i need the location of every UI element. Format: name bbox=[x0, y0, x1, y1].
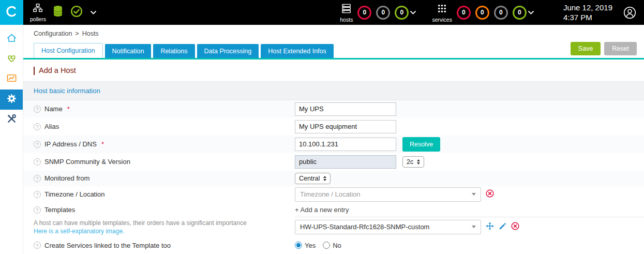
monitored-from-label: Monitored from bbox=[44, 174, 89, 182]
help-icon[interactable]: ? bbox=[34, 191, 41, 198]
create-services-label: Create Services linked to the Template t… bbox=[44, 242, 171, 249]
tab-data-processing[interactable]: Data Processing bbox=[197, 44, 259, 58]
timezone-placeholder: Timezone / Location bbox=[300, 190, 468, 198]
template-delete-button[interactable] bbox=[511, 222, 519, 232]
circle-x-icon bbox=[486, 189, 494, 199]
alias-label-cell: ? Alias bbox=[34, 123, 295, 130]
help-icon[interactable]: ? bbox=[34, 123, 41, 130]
snmp-label-cell: ? SNMP Community & Version bbox=[34, 158, 295, 166]
services-menu[interactable]: services bbox=[432, 3, 452, 23]
clock-time: 4:37 PM bbox=[563, 12, 612, 23]
snmp-version-select[interactable]: 2c bbox=[402, 156, 424, 168]
hosts-chevron-down-icon[interactable] bbox=[410, 10, 416, 15]
timezone-clear-button[interactable] bbox=[486, 189, 494, 199]
form-row-alias: ? Alias bbox=[23, 118, 644, 136]
help-icon[interactable]: ? bbox=[34, 106, 41, 113]
tab-relations[interactable]: Relations bbox=[153, 44, 194, 58]
create-services-no-option[interactable]: No bbox=[323, 242, 341, 249]
monitored-from-label-cell: ? Monitored from bbox=[34, 174, 295, 182]
template-edit-button[interactable] bbox=[499, 222, 506, 232]
form-row-name: ? Name * bbox=[23, 100, 644, 118]
add-template-entry-link[interactable]: + Add a new entry bbox=[295, 206, 349, 214]
create-services-yes-radio[interactable] bbox=[295, 242, 302, 249]
resolve-button[interactable]: Resolve bbox=[402, 137, 440, 152]
reset-button[interactable]: Reset bbox=[604, 42, 637, 55]
sidebar-item-monitoring[interactable] bbox=[0, 49, 23, 69]
ip-control-cell: Resolve bbox=[295, 137, 644, 152]
name-input[interactable] bbox=[295, 102, 396, 116]
hosts-icon bbox=[340, 3, 352, 16]
help-icon[interactable]: ? bbox=[34, 206, 41, 214]
form-row-template-entry: A host can have multiple templates, thei… bbox=[23, 217, 644, 237]
database-status-icon[interactable] bbox=[52, 5, 64, 20]
alias-control-cell bbox=[295, 120, 644, 133]
dropdown-caret-icon bbox=[472, 193, 476, 196]
create-services-yes-option[interactable]: Yes bbox=[295, 242, 316, 249]
services-icon bbox=[436, 3, 448, 16]
tab-host-extended-infos[interactable]: Host Extended Infos bbox=[261, 44, 334, 58]
dropdown-caret-icon bbox=[472, 226, 476, 228]
services-warning-badge[interactable]: 0 bbox=[475, 6, 489, 20]
sidebar-item-administration[interactable] bbox=[0, 110, 23, 130]
sidebar bbox=[0, 25, 23, 254]
sidebar-item-reporting[interactable] bbox=[0, 69, 23, 89]
tab-host-configuration[interactable]: Host Configuration bbox=[34, 43, 103, 58]
pollers-menu[interactable]: pollers bbox=[30, 3, 46, 22]
monitored-from-select[interactable]: Central bbox=[295, 173, 331, 184]
services-ok-badge[interactable]: 0 bbox=[513, 6, 527, 20]
alias-input[interactable] bbox=[295, 120, 396, 133]
help-icon[interactable]: ? bbox=[34, 242, 41, 249]
pencil-icon bbox=[499, 222, 506, 232]
create-services-no-radio[interactable] bbox=[323, 242, 330, 249]
template-select[interactable]: HW-UPS-Standard-Rfc1628-SNMP-custom bbox=[295, 220, 481, 234]
clock-date: June 12, 2019 bbox=[563, 3, 612, 13]
create-services-label-cell: ? Create Services linked to the Template… bbox=[34, 242, 295, 249]
hosts-up-badge[interactable]: 0 bbox=[395, 6, 409, 20]
poller-ok-icon[interactable] bbox=[70, 5, 83, 20]
centreon-logo[interactable] bbox=[0, 0, 23, 25]
snmp-community-input[interactable] bbox=[295, 155, 396, 169]
templates-head-control: + Add a new entry bbox=[295, 203, 644, 217]
circle-x-icon bbox=[511, 222, 519, 232]
ip-label-cell: ? IP Address / DNS * bbox=[34, 140, 295, 148]
monitored-from-control-cell: Central bbox=[295, 173, 644, 184]
hosts-down-badge[interactable]: 0 bbox=[357, 6, 371, 20]
save-button[interactable]: Save bbox=[571, 42, 601, 55]
hosts-menu[interactable]: hosts bbox=[340, 3, 353, 23]
services-unknown-badge[interactable]: 0 bbox=[494, 6, 508, 20]
help-icon[interactable]: ? bbox=[34, 175, 41, 182]
tabs-bar: Host Configuration Notification Relation… bbox=[23, 42, 644, 59]
name-label-cell: ? Name * bbox=[34, 105, 295, 113]
breadcrumb-configuration[interactable]: Configuration bbox=[34, 30, 72, 37]
templates-example-link[interactable]: Here is a self-explanatory image. bbox=[34, 228, 124, 235]
templates-label-cell: ? Templates bbox=[34, 206, 295, 214]
layout: Configuration>Hosts Host Configuration N… bbox=[0, 25, 644, 254]
home-icon bbox=[6, 32, 18, 46]
create-services-control: Yes No bbox=[295, 242, 644, 249]
help-icon[interactable]: ? bbox=[34, 158, 41, 166]
ip-input[interactable] bbox=[295, 138, 396, 151]
tab-notification[interactable]: Notification bbox=[105, 44, 152, 58]
timezone-select[interactable]: Timezone / Location bbox=[295, 187, 481, 202]
sidebar-item-home[interactable] bbox=[0, 29, 23, 49]
tab-actions: Save Reset bbox=[571, 42, 637, 58]
heartbeat-icon bbox=[6, 52, 18, 66]
help-icon[interactable]: ? bbox=[34, 141, 41, 148]
template-move-button[interactable] bbox=[486, 222, 494, 232]
user-avatar[interactable] bbox=[623, 6, 637, 20]
sidebar-item-configuration[interactable] bbox=[0, 89, 23, 110]
form-row-create-services: ? Create Services linked to the Template… bbox=[23, 237, 644, 254]
centreon-c-icon bbox=[5, 5, 19, 20]
ip-label: IP Address / DNS bbox=[44, 140, 97, 148]
services-critical-badge[interactable]: 0 bbox=[457, 6, 471, 20]
breadcrumb-hosts[interactable]: Hosts bbox=[82, 30, 99, 37]
pollers-chevron-down-icon[interactable] bbox=[90, 10, 97, 15]
chart-icon bbox=[6, 72, 18, 86]
hosts-unreachable-badge[interactable]: 0 bbox=[376, 6, 390, 20]
name-label: Name bbox=[44, 105, 63, 113]
services-chevron-down-icon[interactable] bbox=[528, 10, 534, 15]
page-title: Add a Host bbox=[34, 67, 644, 75]
snmp-label: SNMP Community & Version bbox=[44, 158, 130, 166]
hosts-label: hosts bbox=[340, 17, 353, 23]
monitored-from-value: Central bbox=[299, 175, 320, 182]
